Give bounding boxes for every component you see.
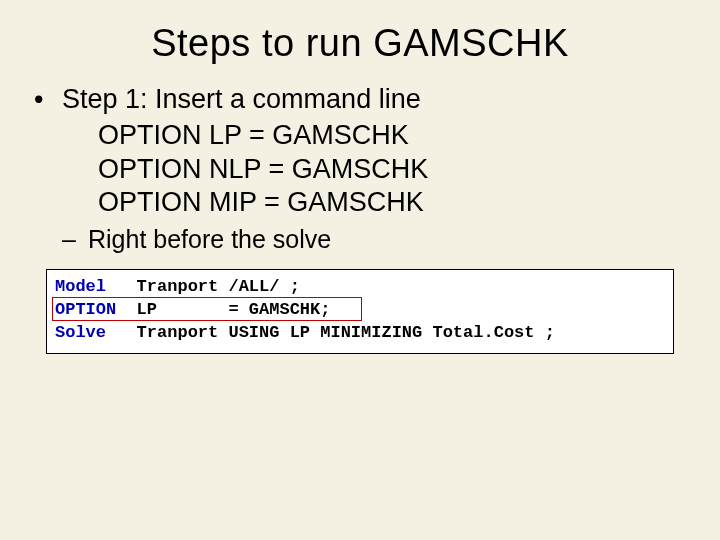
code-line-1: Model Tranport /ALL/ ;: [55, 276, 665, 299]
option-line-nlp: OPTION NLP = GAMSCHK: [98, 153, 692, 187]
code-text-1: Tranport /ALL/ ;: [106, 277, 300, 296]
code-line-2: OPTION LP = GAMSCHK;: [55, 299, 665, 322]
code-line-3: Solve Tranport USING LP MINIMIZING Total…: [55, 322, 665, 345]
keyword-option: OPTION: [55, 300, 116, 319]
sub-bullet-row: – Right before the solve: [62, 224, 692, 255]
dash-icon: –: [62, 224, 88, 255]
code-text-2: LP = GAMSCHK;: [116, 300, 330, 319]
bullet-dot-icon: •: [28, 83, 62, 117]
option-line-mip: OPTION MIP = GAMSCHK: [98, 186, 692, 220]
slide-body: • Step 1: Insert a command line OPTION L…: [28, 83, 692, 354]
sub-bullet-text: Right before the solve: [88, 224, 331, 255]
keyword-solve: Solve: [55, 323, 106, 342]
slide-title: Steps to run GAMSCHK: [28, 22, 692, 65]
bullet-step1-text: Step 1: Insert a command line: [62, 83, 692, 117]
bullet-step1: • Step 1: Insert a command line: [28, 83, 692, 117]
code-text-3: Tranport USING LP MINIMIZING Total.Cost …: [106, 323, 555, 342]
slide: Steps to run GAMSCHK • Step 1: Insert a …: [0, 0, 720, 540]
option-line-lp: OPTION LP = GAMSCHK: [98, 119, 692, 153]
code-block: Model Tranport /ALL/ ; OPTION LP = GAMSC…: [46, 269, 674, 354]
keyword-model: Model: [55, 277, 106, 296]
